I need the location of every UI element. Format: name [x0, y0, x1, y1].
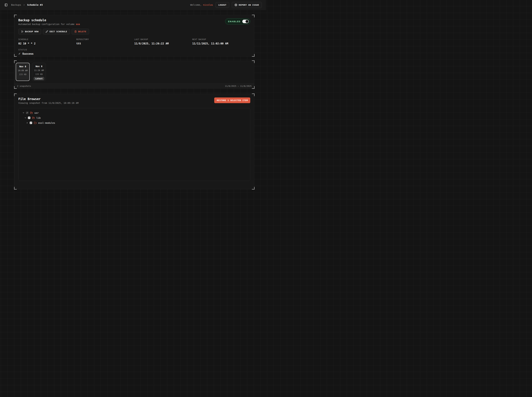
enabled-toggle[interactable]: ENABLED — [225, 18, 250, 25]
corner-bracket — [14, 187, 17, 189]
snapshot-strip: Nov 8 10:09 AM 133 KB Nov 8 11:26 AM 133… — [14, 61, 254, 83]
status-text: Success — [22, 52, 33, 56]
field-value: ttt — [76, 42, 134, 45]
topbar-left: Backups Schedule #3 — [4, 3, 43, 7]
toggle-knob — [246, 20, 248, 23]
chevron-down-icon[interactable] — [24, 117, 26, 119]
restore-selected-button[interactable]: RESTORE 1 SELECTED ITEM — [214, 98, 250, 103]
backup-now-label: BACKUP NOW — [25, 30, 38, 33]
topbar-right: Welcome, nicolas LOGOUT REPORT AN ISSUE — [190, 2, 262, 8]
sidebar-toggle-button[interactable] — [4, 3, 8, 7]
tree-row-ossl-modules[interactable]: ossl-modules — [19, 120, 250, 125]
pencil-icon — [46, 30, 48, 33]
trash-icon — [74, 30, 77, 33]
corner-bracket — [252, 15, 254, 17]
field-repository: REPOSITORY ttt — [76, 38, 134, 45]
corner-bracket — [252, 93, 254, 96]
field-next-backup: NEXT BACKUP 11/11/2025, 11:02:00 AM — [192, 38, 250, 45]
panel-left-icon — [5, 3, 8, 6]
enabled-label: ENABLED — [228, 20, 241, 23]
snapshot-date: Nov 8 — [19, 65, 26, 68]
chevron-right-icon[interactable] — [26, 122, 28, 124]
tree-row-usr[interactable]: usr — [19, 110, 250, 115]
schedule-actions: BACKUP NOW EDIT SCHEDULE DELETE — [18, 29, 250, 34]
field-label: SCHEDULE — [18, 38, 76, 41]
corner-bracket — [14, 54, 17, 57]
field-label: REPOSITORY — [76, 38, 134, 41]
file-tree-panel: usr lib — [18, 108, 250, 181]
snapshot-time: 11:26 AM — [34, 69, 44, 72]
folder-open-icon — [30, 112, 33, 114]
status-label: STATUS — [18, 49, 250, 51]
play-icon — [21, 30, 24, 33]
schedule-fields: SCHEDULE 02 10 * * 2 REPOSITORY ttt LAST… — [18, 38, 250, 45]
delete-button[interactable]: DELETE — [72, 29, 89, 34]
status-value: ✓ Success — [18, 52, 250, 56]
corner-bracket — [252, 187, 254, 189]
field-value: 11/8/2025, 11:26:22 AM — [134, 42, 192, 45]
backup-now-button[interactable]: BACKUP NOW — [18, 29, 41, 34]
file-browser-title: File Browser — [18, 97, 79, 101]
checkbox-checked[interactable] — [28, 117, 30, 119]
viewing-snapshot-text: Viewing snapshot from 11/8/2025, 10:09:1… — [18, 102, 79, 104]
snapshot-item[interactable]: Nov 8 11:26 AM 133 KB Latest — [32, 63, 46, 81]
field-value: 11/11/2025, 11:02:00 AM — [192, 42, 250, 45]
top-bar: Backups Schedule #3 Welcome, nicolas LOG… — [0, 0, 266, 10]
field-schedule: SCHEDULE 02 10 * * 2 — [18, 38, 76, 45]
field-last-backup: LAST BACKUP 11/8/2025, 11:26:22 AM — [134, 38, 192, 45]
backup-schedule-card: Backup schedule Automated backup configu… — [14, 15, 254, 56]
file-browser-subtitle: Viewing snapshot from 11/8/2025, 10:09:1… — [18, 102, 79, 104]
snapshots-footer: 2 snapshots 11/8/2025 – 11/8/2025 — [14, 83, 254, 88]
field-label: NEXT BACKUP — [192, 38, 250, 41]
snapshot-size: 133 KB — [35, 73, 43, 75]
file-browser-header: File Browser Viewing snapshot from 11/8/… — [18, 97, 79, 104]
lifebuoy-icon — [234, 4, 237, 6]
breadcrumb: Backups Schedule #3 — [11, 4, 43, 6]
snapshot-time: 10:09 AM — [18, 69, 28, 72]
check-icon — [30, 122, 32, 124]
logout-button[interactable]: LOGOUT — [215, 2, 229, 8]
snapshots-card: Nov 8 10:09 AM 133 KB Nov 8 11:26 AM 133… — [14, 61, 254, 88]
tree-item-label: usr — [34, 112, 39, 114]
checkbox-checked[interactable] — [30, 122, 32, 124]
tree-row-lib[interactable]: lib — [19, 115, 250, 120]
chevron-right-icon — [23, 4, 25, 6]
check-icon: ✓ — [18, 52, 21, 56]
page-content: Backup schedule Automated backup configu… — [14, 15, 254, 189]
tree-item-label: ossl-modules — [38, 122, 55, 124]
snapshot-date: Nov 8 — [36, 65, 42, 68]
breadcrumb-backups[interactable]: Backups — [11, 4, 21, 6]
field-value: 02 10 * * 2 — [18, 42, 76, 45]
chevron-down-icon[interactable] — [22, 112, 25, 114]
corner-bracket — [14, 15, 17, 17]
breadcrumb-current: Schedule #3 — [27, 4, 43, 6]
corner-bracket — [252, 54, 254, 57]
snapshot-date-range: 11/8/2025 – 11/8/2025 — [225, 85, 252, 87]
volume-name: sss — [76, 23, 80, 25]
tree-item-label: lib — [36, 117, 41, 119]
latest-badge: Latest — [34, 77, 44, 80]
folder-icon — [34, 122, 37, 124]
delete-label: DELETE — [78, 30, 86, 33]
file-browser-card: File Browser Viewing snapshot from 11/8/… — [14, 94, 254, 189]
folder-open-icon — [32, 117, 35, 119]
edit-schedule-label: EDIT SCHEDULE — [50, 30, 67, 33]
welcome-prefix: Welcome, — [190, 4, 202, 6]
corner-bracket — [14, 93, 17, 96]
edit-schedule-button[interactable]: EDIT SCHEDULE — [43, 29, 70, 34]
snapshot-item-selected[interactable]: Nov 8 10:09 AM 133 KB — [16, 63, 30, 81]
status-section: STATUS ✓ Success — [18, 49, 250, 56]
snapshot-count: 2 snapshots — [17, 85, 31, 87]
snapshot-size: 133 KB — [19, 73, 26, 75]
check-icon — [26, 112, 28, 114]
card-subtitle: Automated backup configuration for volum… — [18, 23, 80, 25]
card-title: Backup schedule — [18, 18, 80, 22]
report-issue-button[interactable]: REPORT AN ISSUE — [232, 2, 262, 8]
check-icon — [28, 117, 30, 119]
subtitle-text: Automated backup configuration for volum… — [18, 23, 75, 25]
username: nicolas — [203, 4, 213, 6]
toggle-switch[interactable] — [242, 20, 249, 23]
report-issue-label: REPORT AN ISSUE — [239, 4, 259, 6]
checkbox-checked[interactable] — [26, 112, 28, 114]
field-label: LAST BACKUP — [134, 38, 192, 41]
